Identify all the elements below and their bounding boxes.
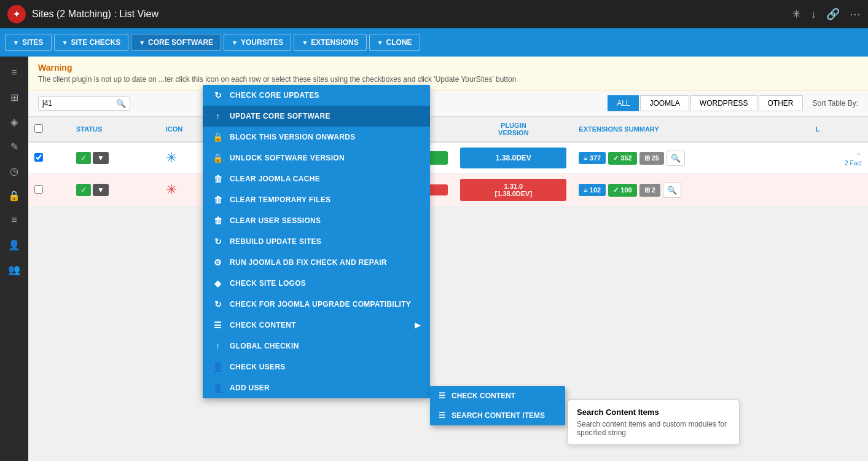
table-row: ✓ ▼ ✳ ▶ 💬 🔲 🔒	[28, 142, 868, 174]
nav-clone[interactable]: ▼ CLONE	[369, 34, 420, 51]
row2-plugin-badge: 1.31.0[1.38.0DEV]	[460, 179, 566, 201]
row1-check-btn[interactable]: ✓	[76, 152, 91, 164]
sidebar-icon-clock[interactable]: ◷	[3, 160, 25, 182]
rebuild-icon: ↻	[213, 237, 224, 246]
search-content-tooltip: Search Content Items Search content item…	[568, 400, 740, 445]
main-content: Warning The client plugin is not up to d…	[28, 57, 868, 461]
menu-check-upgrade-compat[interactable]: ↻ CHECK FOR JOOMLA UPGRADE COMPATIBILITY	[203, 294, 430, 315]
row1-checkbox[interactable]	[34, 153, 43, 162]
menu-update-core-software[interactable]: ↑ UPDATE CORE SOFTWARE	[203, 106, 430, 127]
global-checkin-icon: ↑	[213, 341, 224, 351]
menu-check-content[interactable]: ☰ CHECK CONTENT ▶	[203, 315, 430, 336]
menu-clear-user-sessions[interactable]: 🗑 CLEAR USER SESSIONS	[203, 210, 430, 231]
row2-checkbox[interactable]	[34, 185, 43, 194]
sub-search-content-items[interactable]: ☰ SEARCH CONTENT ITEMS	[430, 406, 565, 425]
search-icon[interactable]: 🔍	[116, 99, 126, 108]
sidebar-icon-grid[interactable]: ◈	[3, 111, 25, 133]
menu-clear-temp-files[interactable]: 🗑 CLEAR TEMPORARY FILES	[203, 189, 430, 210]
layout: ≡ ⊞ ◈ ✎ ◷ 🔒 ≡ 👤 👥 Warning The client plu…	[0, 57, 868, 461]
tooltip-text: Search content items and custom modules …	[577, 420, 730, 437]
check-content-submenu: ☰ CHECK CONTENT ☰ SEARCH CONTENT ITEMS	[430, 386, 565, 425]
row2-joomla-icon: ✳	[166, 182, 177, 197]
block-version-label: BLOCK THIS VERSION ONWARDS	[230, 133, 355, 141]
link-icon[interactable]: 🔗	[826, 7, 840, 21]
menu-run-db-fix[interactable]: ⚙ RUN JOOMLA DB FIX CHECK AND REPAIR	[203, 252, 430, 273]
unlock-version-label: UNLOCK SOFTWARE VERSION	[230, 154, 345, 162]
sidebar-icon-menu[interactable]: ≡	[3, 61, 25, 84]
row1-ext-search[interactable]: 🔍	[667, 151, 685, 166]
extensions-label: EXTENSIONS	[311, 38, 358, 47]
filter-wordpress[interactable]: WORDPRESS	[690, 95, 757, 111]
download-icon[interactable]: ↓	[811, 8, 816, 21]
row1-plugin: 1.38.0DEV	[454, 142, 573, 174]
row1-extensions: ≡ 377 ✓ 352 ⊞ 25 🔍	[573, 142, 809, 174]
clear-sessions-icon: 🗑	[213, 216, 224, 226]
row2-ext-summary: ≡ 102 ✓ 100 ⊞ 2 🔍	[579, 183, 803, 198]
search-box: 🔍	[38, 97, 130, 111]
warning-title: Warning	[38, 63, 858, 73]
warning-bar: Warning The client plugin is not up to d…	[28, 57, 868, 90]
menu-check-site-logos[interactable]: ◆ CHECK SITE LOGOS	[203, 273, 430, 294]
sidebar-icon-edit[interactable]: ✎	[3, 135, 25, 157]
select-all-checkbox[interactable]	[34, 124, 43, 133]
sidebar-icon-list[interactable]: ≡	[3, 209, 25, 231]
sites-label: SITES	[22, 38, 44, 47]
menu-unlock-version[interactable]: 🔒 UNLOCK SOFTWARE VERSION	[203, 148, 430, 168]
global-checkin-label: GLOBAL CHECKIN	[230, 342, 299, 350]
dots-icon[interactable]: ⋯	[850, 7, 861, 21]
core-software-label: CORE SOFTWARE	[148, 38, 213, 47]
row2-actions: ✓ ▼	[76, 184, 154, 196]
search-input[interactable]	[42, 99, 116, 108]
menu-clear-joomla-cache[interactable]: 🗑 CLEAR JOOMLA CACHE	[203, 168, 430, 189]
joomla-icon[interactable]: ✳	[792, 7, 801, 21]
menu-global-checkin[interactable]: ↑ GLOBAL CHECKIN	[203, 336, 430, 357]
clone-arrow: ▼	[377, 39, 383, 46]
col-plugin-version: PLUGINVERSION	[454, 117, 573, 142]
sidebar-icon-lock[interactable]: 🔒	[3, 184, 25, 207]
filter-joomla[interactable]: JOOMLA	[640, 95, 689, 111]
row1-dropdown-btn[interactable]: ▼	[93, 152, 109, 164]
menu-block-version[interactable]: 🔒 BLOCK THIS VERSION ONWARDS	[203, 127, 430, 148]
block-version-icon: 🔒	[213, 132, 224, 142]
nav-site-checks[interactable]: ▼ SITE CHECKS	[54, 34, 129, 51]
sub-search-icon: ☰	[439, 411, 445, 420]
row1-facts-badge: →	[855, 150, 862, 157]
filter-other[interactable]: OTHER	[759, 95, 803, 111]
sub-check-content[interactable]: ☰ CHECK CONTENT	[430, 386, 565, 406]
sidebar-icon-users[interactable]: 👥	[3, 258, 25, 280]
nav-extensions[interactable]: ▼ EXTENSIONS	[294, 34, 366, 51]
menu-add-user[interactable]: 👤 ADD USER	[203, 377, 430, 398]
sites-arrow: ▼	[13, 39, 19, 46]
menu-check-core-updates[interactable]: ↻ CHECK CORE UPDATES	[203, 85, 430, 106]
check-users-icon: 👤	[213, 362, 224, 372]
add-user-label: ADD USER	[230, 384, 270, 392]
filter-all[interactable]: ALL	[608, 95, 639, 111]
check-content-label: CHECK CONTENT	[230, 321, 296, 329]
clone-label: CLONE	[386, 38, 412, 47]
nav-sites[interactable]: ▼ SITES	[5, 34, 52, 51]
add-user-icon: 👤	[213, 383, 224, 393]
sidebar: ≡ ⊞ ◈ ✎ ◷ 🔒 ≡ 👤 👥	[0, 57, 28, 461]
app-logo: ✦	[7, 5, 26, 23]
row2-ext-search[interactable]: 🔍	[663, 183, 681, 198]
yoursites-arrow: ▼	[232, 39, 238, 46]
menu-rebuild-update-sites[interactable]: ↻ REBUILD UPDATE SITES	[203, 231, 430, 252]
row1-facts-count: 2 Fact	[845, 160, 862, 167]
sub-check-content-label: CHECK CONTENT	[452, 392, 515, 400]
logo-icon: ✦	[13, 9, 20, 19]
yoursites-label: YOURSITES	[241, 38, 283, 47]
sidebar-icon-dashboard[interactable]: ⊞	[3, 86, 25, 108]
nav-core-software[interactable]: ▼ CORE SOFTWARE	[131, 34, 221, 51]
menu-check-users[interactable]: 👤 CHECK USERS	[203, 357, 430, 377]
table-row: ✓ ▼ ✳ ▶ 💬 🔲	[28, 174, 868, 207]
clear-sessions-label: CLEAR USER SESSIONS	[230, 216, 321, 225]
upgrade-compat-label: CHECK FOR JOOMLA UPGRADE COMPATIBILITY	[230, 300, 411, 309]
nav-yoursites[interactable]: ▼ YOURSITES	[224, 34, 291, 51]
sidebar-icon-user[interactable]: 👤	[3, 234, 25, 256]
site-logos-icon: ◆	[213, 278, 224, 288]
check-users-label: CHECK USERS	[230, 363, 286, 371]
row2-check-btn[interactable]: ✓	[76, 184, 91, 196]
row2-plugin: 1.31.0[1.38.0DEV]	[454, 174, 573, 207]
row2-dropdown-btn[interactable]: ▼	[93, 184, 109, 196]
sort-label: Sort Table By:	[813, 99, 858, 108]
